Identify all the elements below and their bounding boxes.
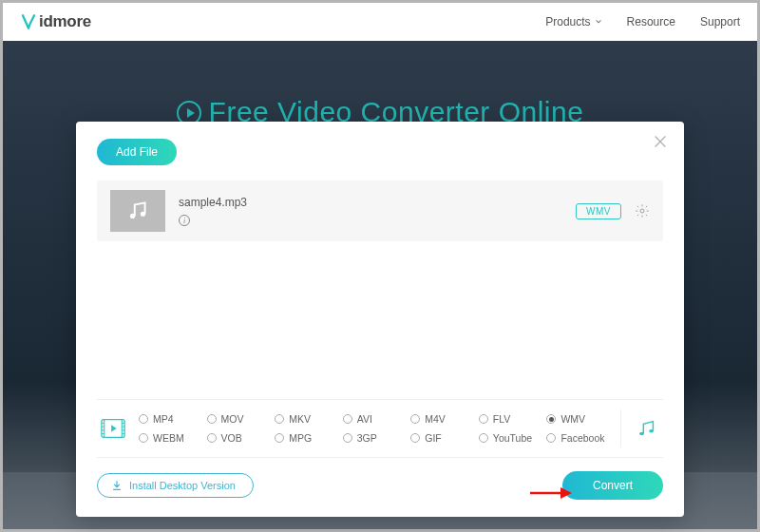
music-note-icon [125, 199, 150, 223]
settings-button[interactable] [635, 203, 650, 218]
radio-icon [275, 414, 284, 424]
audio-formats-icon[interactable] [635, 418, 659, 439]
nav-resource[interactable]: Resource [627, 15, 675, 28]
svg-point-4 [639, 432, 644, 436]
install-desktop-button[interactable]: Install Desktop Version [97, 473, 254, 498]
video-formats-icon [101, 418, 125, 439]
format-option-mov[interactable]: MOV [207, 413, 272, 425]
format-option-label: Facebook [560, 432, 604, 444]
radio-icon [139, 433, 148, 443]
format-option-gif[interactable]: GIF [410, 432, 475, 444]
convert-button[interactable]: Convert [562, 471, 663, 500]
radio-icon [343, 414, 352, 424]
svg-point-0 [130, 214, 135, 218]
format-option-label: WMV [560, 413, 585, 425]
svg-point-2 [640, 209, 644, 213]
format-option-mkv[interactable]: MKV [275, 413, 339, 425]
radio-icon [207, 414, 217, 424]
download-icon [111, 480, 123, 491]
radio-icon [410, 433, 420, 443]
format-option-youtube[interactable]: YouTube [479, 432, 543, 444]
nav-products-label: Products [545, 15, 590, 28]
modal-footer: Install Desktop Version Convert [76, 458, 684, 517]
format-option-label: M4V [425, 413, 446, 425]
radio-icon [343, 433, 352, 443]
radio-icon [207, 433, 217, 443]
format-option-label: FLV [493, 413, 510, 425]
radio-icon [546, 414, 556, 424]
format-option-wmv[interactable]: WMV [546, 413, 611, 425]
radio-icon [139, 414, 148, 424]
format-option-avi[interactable]: AVI [343, 413, 408, 425]
format-option-label: MOV [221, 413, 244, 425]
brand-logo[interactable]: idmore [20, 12, 91, 31]
format-option-flv[interactable]: FLV [479, 413, 543, 425]
file-row: sample4.mp3 i WMV [97, 180, 663, 241]
format-option-label: MP4 [153, 413, 174, 425]
add-file-button[interactable]: Add File [97, 139, 177, 165]
svg-point-5 [649, 429, 654, 433]
format-option-label: MKV [289, 413, 311, 425]
close-button[interactable] [652, 133, 669, 150]
nav-support[interactable]: Support [700, 15, 740, 28]
radio-icon [479, 433, 488, 443]
close-icon [652, 133, 669, 150]
format-option-mpg[interactable]: MPG [275, 432, 339, 444]
converter-modal: Add File sample4.mp3 i WMV MP4MOVMKVAVIM… [76, 122, 684, 517]
file-name: sample4.mp3 [179, 196, 247, 209]
svg-point-1 [141, 212, 145, 217]
format-option-label: AVI [357, 413, 372, 425]
radio-icon [410, 414, 420, 424]
format-option-facebook[interactable]: Facebook [546, 432, 611, 444]
format-panel: MP4MOVMKVAVIM4VFLVWMVWEBMVOBMPG3GPGIFYou… [97, 399, 663, 458]
modal-body [76, 241, 684, 399]
modal-header: Add File [76, 122, 684, 175]
format-option-webm[interactable]: WEBM [139, 432, 203, 444]
format-option-label: GIF [425, 432, 442, 444]
format-option-label: MPG [289, 432, 312, 444]
format-options-grid: MP4MOVMKVAVIM4VFLVWMVWEBMVOBMPG3GPGIFYou… [139, 413, 611, 444]
nav-products[interactable]: Products [545, 15, 601, 28]
format-divider [620, 409, 621, 447]
format-option-label: VOB [221, 432, 242, 444]
format-option-m4v[interactable]: M4V [410, 413, 475, 425]
radio-icon [479, 414, 488, 424]
format-option-3gp[interactable]: 3GP [343, 432, 408, 444]
top-nav: idmore Products Resource Support [3, 3, 757, 41]
hero-title: Free Video Converter Online [3, 41, 757, 128]
format-option-label: 3GP [357, 432, 377, 444]
format-option-label: WEBM [153, 432, 184, 444]
brand-text: idmore [39, 12, 91, 31]
radio-icon [546, 433, 556, 443]
file-meta: sample4.mp3 i [179, 196, 247, 226]
format-option-label: YouTube [493, 432, 532, 444]
format-option-mp4[interactable]: MP4 [139, 413, 203, 425]
install-desktop-label: Install Desktop Version [129, 480, 236, 491]
format-badge[interactable]: WMV [576, 203, 621, 219]
logo-mark-icon [20, 13, 37, 30]
radio-icon [275, 433, 284, 443]
gear-icon [635, 203, 650, 218]
chevron-down-icon [595, 18, 602, 26]
info-icon[interactable]: i [179, 215, 190, 226]
file-thumbnail [110, 190, 165, 232]
format-option-vob[interactable]: VOB [207, 432, 272, 444]
